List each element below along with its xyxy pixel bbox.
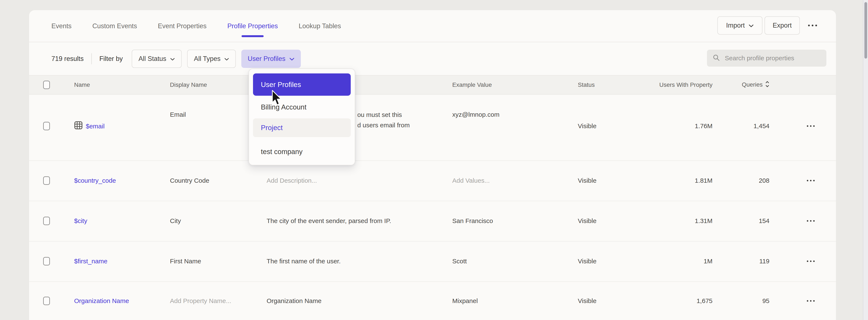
description-cell[interactable]: ou must set this d users email from xyxy=(357,109,410,130)
description-cell[interactable]: The first name of the user. xyxy=(267,258,341,265)
status-cell[interactable]: Visible xyxy=(578,297,596,305)
column-header-name[interactable]: Name xyxy=(74,81,90,88)
display-name-cell[interactable]: Email xyxy=(170,111,186,118)
queries-cell: 208 xyxy=(727,177,769,184)
profile-properties-page: Events Custom Events Event Properties Pr… xyxy=(0,0,868,320)
table-grid-icon xyxy=(74,121,83,131)
tab-custom-events[interactable]: Custom Events xyxy=(92,22,137,30)
property-name-link[interactable]: $email xyxy=(74,121,104,131)
property-name-link[interactable]: $first_name xyxy=(74,258,107,265)
table-row: $email Email ou must set this d users em… xyxy=(29,95,836,161)
tab-lookup-tables[interactable]: Lookup Tables xyxy=(299,22,341,30)
queries-cell: 119 xyxy=(727,258,769,265)
ellipsis-icon xyxy=(807,126,808,127)
dropdown-item-billing-account[interactable]: Billing Account xyxy=(249,101,355,113)
row-menu-button[interactable] xyxy=(800,126,821,127)
example-value-cell[interactable]: xyz@lmnop.com xyxy=(452,111,499,118)
queries-cell: 95 xyxy=(727,297,769,305)
more-options-button[interactable] xyxy=(804,16,820,35)
column-header-queries[interactable]: Queries xyxy=(727,80,769,90)
example-value-cell[interactable]: Mixpanel xyxy=(452,297,478,305)
users-with-property-cell: 1M xyxy=(637,258,713,265)
profile-type-filter-label: User Profiles xyxy=(248,55,285,63)
row-checkbox[interactable] xyxy=(43,122,50,130)
property-name: $email xyxy=(86,122,104,130)
filter-by-label: Filter by xyxy=(99,55,123,63)
tab-profile-properties[interactable]: Profile Properties xyxy=(227,22,278,30)
vertical-scrollbar-track[interactable] xyxy=(863,0,868,320)
chevron-down-icon xyxy=(224,55,229,63)
display-name-cell[interactable]: First Name xyxy=(170,258,201,265)
example-value-cell[interactable]: Add Values... xyxy=(452,177,490,184)
ellipsis-icon xyxy=(807,300,808,302)
table-row: Organization Name Add Property Name... O… xyxy=(29,281,836,320)
column-header-users-with-property[interactable]: Users With Property xyxy=(637,81,713,88)
display-name-cell[interactable]: Add Property Name... xyxy=(170,297,231,305)
toolbar-divider xyxy=(91,53,92,64)
property-name-link[interactable]: $city xyxy=(74,217,87,224)
users-with-property-cell: 1.81M xyxy=(637,177,713,184)
row-menu-button[interactable] xyxy=(800,300,821,302)
search-input[interactable] xyxy=(724,54,819,62)
status-filter-label: All Status xyxy=(138,55,166,63)
dropdown-item-project[interactable]: Project xyxy=(253,118,351,137)
description-cell[interactable]: Organization Name xyxy=(267,297,321,305)
sort-icon[interactable] xyxy=(765,80,769,90)
results-count: 719 results xyxy=(52,55,84,63)
status-filter-button[interactable]: All Status xyxy=(132,50,182,68)
table-row: $first_name First Name The first name of… xyxy=(29,241,836,282)
tab-event-properties[interactable]: Event Properties xyxy=(158,22,207,30)
status-cell[interactable]: Visible xyxy=(578,122,596,130)
type-filter-button[interactable]: All Types xyxy=(187,50,236,68)
chevron-down-icon xyxy=(749,22,754,29)
property-name-link[interactable]: $country_code xyxy=(74,177,116,184)
export-button[interactable]: Export xyxy=(765,16,800,35)
chevron-down-icon xyxy=(170,55,175,63)
chevron-down-icon xyxy=(289,55,294,63)
table-row: $city City The city of the event sender,… xyxy=(29,201,836,242)
ellipsis-icon xyxy=(808,25,810,26)
description-cell[interactable]: Add Description... xyxy=(267,177,317,184)
example-value-cell[interactable]: San Francisco xyxy=(452,217,493,224)
ellipsis-icon xyxy=(807,220,808,222)
tab-events[interactable]: Events xyxy=(52,22,71,30)
users-with-property-cell: 1.31M xyxy=(637,217,713,224)
status-cell[interactable]: Visible xyxy=(578,177,596,184)
dropdown-item-user-profiles[interactable]: User Profiles xyxy=(253,73,351,96)
users-with-property-cell: 1,675 xyxy=(637,297,713,305)
status-cell[interactable]: Visible xyxy=(578,217,596,224)
column-header-example-value[interactable]: Example Value xyxy=(452,81,492,88)
import-button[interactable]: Import xyxy=(717,16,763,35)
property-name-link[interactable]: Organization Name xyxy=(74,297,129,305)
row-checkbox[interactable] xyxy=(43,297,50,305)
select-all-checkbox[interactable] xyxy=(43,81,50,89)
search-bar[interactable] xyxy=(707,50,826,67)
display-name-cell[interactable]: City xyxy=(170,217,181,224)
content-card: Events Custom Events Event Properties Pr… xyxy=(29,10,836,320)
users-with-property-cell: 1.76M xyxy=(637,122,713,130)
search-icon xyxy=(713,54,720,62)
row-checkbox[interactable] xyxy=(43,257,50,265)
table-header: Name Display Name Example Value Status U… xyxy=(29,75,836,95)
vertical-scrollbar-thumb[interactable] xyxy=(864,2,867,59)
row-menu-button[interactable] xyxy=(800,180,821,181)
row-menu-button[interactable] xyxy=(800,260,821,262)
profile-type-filter-button[interactable]: User Profiles xyxy=(241,50,301,68)
row-checkbox[interactable] xyxy=(43,176,50,185)
dropdown-item-test-company[interactable]: test company xyxy=(249,145,355,159)
row-menu-button[interactable] xyxy=(800,220,821,222)
table-row: $country_code Country Code Add Descripti… xyxy=(29,161,836,201)
description-cell[interactable]: The city of the event sender, parsed fro… xyxy=(267,217,391,224)
profile-type-dropdown: User Profiles Billing Account Project te… xyxy=(249,69,355,165)
row-checkbox[interactable] xyxy=(43,217,50,225)
column-header-status[interactable]: Status xyxy=(578,81,595,88)
queries-cell: 154 xyxy=(727,217,769,224)
mouse-cursor-icon xyxy=(272,90,282,107)
display-name-cell[interactable]: Country Code xyxy=(170,177,209,184)
ellipsis-icon xyxy=(807,180,808,181)
example-value-cell[interactable]: Scott xyxy=(452,258,467,265)
column-header-display-name[interactable]: Display Name xyxy=(170,81,207,88)
type-filter-label: All Types xyxy=(194,55,220,63)
tab-bar: Events Custom Events Event Properties Pr… xyxy=(29,10,836,42)
status-cell[interactable]: Visible xyxy=(578,258,596,265)
